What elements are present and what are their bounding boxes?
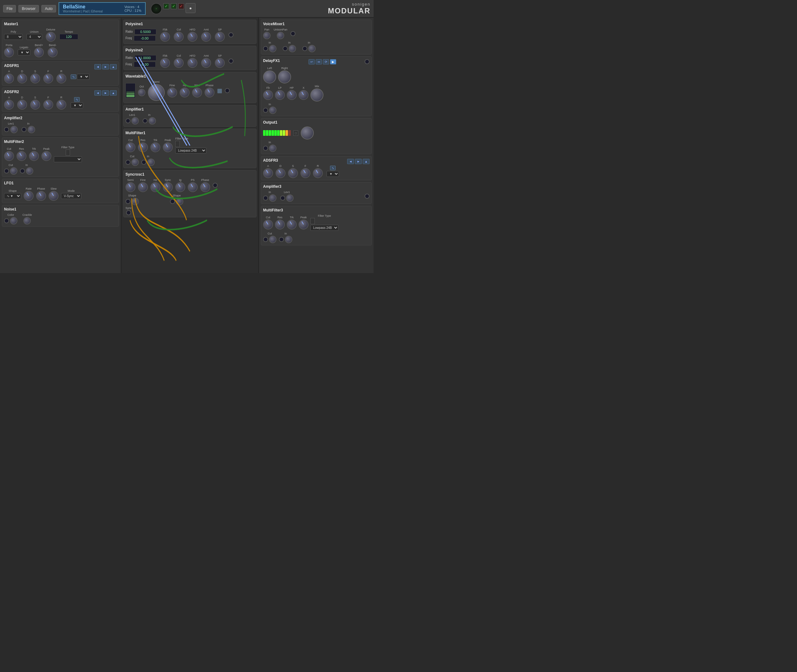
mf3-cut2-knob[interactable] xyxy=(269,236,276,243)
adsfr2-r-knob[interactable] xyxy=(56,100,66,110)
mf1-res-knob[interactable] xyxy=(138,142,148,152)
sync1-shape2-jack[interactable] xyxy=(170,199,175,204)
poly2-sp-knob[interactable] xyxy=(215,58,225,68)
mf3-type-select[interactable]: Lowpass 24B xyxy=(310,225,339,231)
poly1-col-knob[interactable] xyxy=(174,32,184,42)
wt1-phase-knob[interactable] xyxy=(204,88,214,98)
adsfr3-r-knob[interactable] xyxy=(313,168,323,178)
adsfr1-nav-up[interactable]: ▲ xyxy=(110,64,117,69)
mf3-trk-knob[interactable] xyxy=(287,219,297,229)
wt1-oct-knob[interactable] xyxy=(138,89,145,96)
amp1-lev1-jack[interactable] xyxy=(125,118,131,123)
adsfr2-a-knob[interactable] xyxy=(4,100,14,110)
mf3-in-knob[interactable] xyxy=(285,236,292,243)
adsfr1-s-knob[interactable] xyxy=(30,74,40,83)
amp2-in-jack[interactable] xyxy=(21,127,26,132)
mf1-cut2-jack[interactable] xyxy=(125,160,131,165)
amp2-lev1-knob[interactable] xyxy=(10,126,18,133)
vm1-in3-jack[interactable] xyxy=(302,46,307,51)
delay-hp-knob[interactable] xyxy=(287,90,297,100)
mf3-res-knob[interactable] xyxy=(275,219,285,229)
amp3-out-jack[interactable] xyxy=(364,194,369,199)
sync1-hz-knob[interactable] xyxy=(150,182,160,192)
delay-btn2[interactable]: ⇔ xyxy=(316,59,322,64)
adsfr1-f-knob[interactable] xyxy=(43,74,53,83)
delay-left-knob[interactable] xyxy=(263,70,276,83)
browser-button[interactable]: Browser xyxy=(18,5,39,13)
noise1-color-jack[interactable] xyxy=(4,218,9,223)
mf1-trk-knob[interactable] xyxy=(150,142,160,152)
adsfr3-f-knob[interactable] xyxy=(300,168,310,178)
vm1-in2-knob[interactable] xyxy=(289,45,296,52)
mf1-peak-knob[interactable] xyxy=(163,142,173,152)
adsfr2-nav-right[interactable]: ► xyxy=(102,90,109,96)
sync1-phase-knob[interactable] xyxy=(200,182,210,192)
vm1-in1-jack[interactable] xyxy=(263,46,268,51)
poly1-out-jack[interactable] xyxy=(228,32,233,37)
adsfr1-a-knob[interactable] xyxy=(4,74,14,83)
adsfr3-wave-select[interactable]: ▼ xyxy=(327,171,339,177)
amp2-lev1-jack[interactable] xyxy=(4,127,9,132)
sync1-ig-knob[interactable] xyxy=(175,182,185,192)
sync1-sync2-jack[interactable] xyxy=(126,210,131,215)
delay-btn3[interactable]: ⟳ xyxy=(323,59,329,64)
delay-lp-knob[interactable] xyxy=(275,90,285,100)
legato-select[interactable]: ▼ xyxy=(18,50,30,56)
unison-select[interactable]: 418 xyxy=(26,34,42,40)
wt1-wav-knob[interactable] xyxy=(192,88,202,98)
sync1-shape2-knob[interactable] xyxy=(176,198,184,205)
mf3-peak-knob[interactable] xyxy=(299,219,308,229)
mf1-type-select[interactable]: Lowpass 24B xyxy=(175,147,206,154)
mf1-in-knob[interactable] xyxy=(147,158,155,166)
mf2-peak-knob[interactable] xyxy=(42,151,51,161)
mf2-cut2-jack[interactable] xyxy=(4,168,9,173)
mf2-cut-knob[interactable] xyxy=(4,151,14,161)
delay-fb-knob[interactable] xyxy=(263,90,273,100)
noise1-color-knob[interactable] xyxy=(10,217,18,224)
file-button[interactable]: File xyxy=(3,5,16,13)
delay-btn1[interactable]: ↩ xyxy=(308,59,315,64)
vm1-unisonpan-knob[interactable] xyxy=(277,32,284,39)
adsfr3-d-knob[interactable] xyxy=(276,168,286,178)
mf3-cut2-jack[interactable] xyxy=(263,237,268,242)
lfo1-slew-knob[interactable] xyxy=(49,191,59,201)
poly1-fbk-knob[interactable] xyxy=(160,32,170,42)
record-btn[interactable]: ● xyxy=(185,3,195,13)
output1-in-knob[interactable] xyxy=(269,144,276,152)
bendplus-knob[interactable] xyxy=(34,47,44,57)
adsfr2-nav-up[interactable]: ▲ xyxy=(110,90,117,96)
adsfr2-d-knob[interactable] xyxy=(17,100,27,110)
mf2-in-jack[interactable] xyxy=(20,168,25,173)
delay-in-knob[interactable] xyxy=(269,107,276,114)
delay-mix-knob[interactable] xyxy=(310,88,323,101)
amp3-in-knob[interactable] xyxy=(269,194,276,202)
poly2-out-jack[interactable] xyxy=(228,59,233,64)
lfo1-phase-knob[interactable] xyxy=(36,191,46,201)
output1-vol-knob[interactable] xyxy=(301,126,314,139)
output1-clip-reset[interactable]: □ xyxy=(293,131,298,136)
amp1-lev1-knob[interactable] xyxy=(131,117,139,125)
mf1-cut2-knob[interactable] xyxy=(131,158,139,166)
delay-right-knob[interactable] xyxy=(278,70,291,83)
delay-x-knob[interactable] xyxy=(299,90,308,100)
check3[interactable]: ✓ xyxy=(178,3,184,10)
adsfr2-wave-select[interactable]: ▼ xyxy=(71,102,83,108)
sync1-shape1-knob[interactable] xyxy=(131,198,139,205)
sync1-semi-knob[interactable] xyxy=(125,182,136,192)
check1[interactable]: ✓ xyxy=(163,3,169,10)
delay-btn4[interactable]: ▶ xyxy=(330,59,336,64)
noise1-crackle-knob[interactable] xyxy=(23,217,31,224)
sync1-shape1-jack[interactable] xyxy=(125,199,131,204)
vm1-in1-knob[interactable] xyxy=(269,45,276,52)
adsfr3-a-knob[interactable] xyxy=(263,168,273,178)
sync1-sync-knob[interactable] xyxy=(163,182,173,192)
amp3-lev1-knob[interactable] xyxy=(286,194,294,202)
wt1-fine-knob[interactable] xyxy=(167,88,177,98)
vm1-in2-jack[interactable] xyxy=(283,46,287,51)
auto-button[interactable]: Auto xyxy=(42,5,56,13)
adsfr2-s-knob[interactable] xyxy=(30,100,40,110)
adsfr2-f-knob[interactable] xyxy=(43,100,53,110)
wt1-out-jack[interactable] xyxy=(225,88,230,93)
poly2-fbk-knob[interactable] xyxy=(160,58,170,68)
mf2-type-select[interactable]: Lowpass 12B xyxy=(54,156,82,162)
